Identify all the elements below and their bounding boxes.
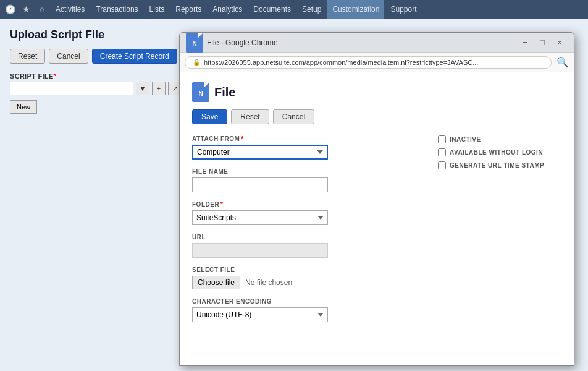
file-chosen-text: No file chosen [240, 276, 314, 289]
chrome-tab-title: File - Google Chrome [207, 38, 278, 47]
character-encoding-select[interactable]: Unicode (UTF-8) UTF-16 ISO-8859-1 [192, 307, 328, 322]
add-icon[interactable]: + [152, 82, 166, 95]
url-field: URL [192, 234, 413, 258]
nav-documents[interactable]: Documents [248, 0, 296, 19]
chrome-btn-row: Save Reset Cancel [192, 109, 561, 124]
nav-analytics[interactable]: Analytics [208, 0, 247, 19]
close-button[interactable]: × [552, 35, 568, 51]
home-icon[interactable]: ⌂ [35, 2, 49, 17]
chrome-form-left: ATTACH FROM* Computer Web FILE NAME [192, 135, 413, 331]
nav-transactions[interactable]: Transactions [91, 0, 143, 19]
file-name-label: FILE NAME [192, 168, 413, 175]
attach-from-field: ATTACH FROM* Computer Web [192, 135, 413, 160]
chrome-tab-icon: N [186, 33, 203, 53]
star-icon[interactable]: ★ [19, 2, 33, 17]
nav-lists[interactable]: Lists [145, 0, 170, 19]
folder-label: FOLDER* [192, 201, 413, 208]
chrome-controls: − □ × [517, 35, 568, 51]
file-cancel-button[interactable]: Cancel [273, 109, 314, 124]
inactive-checkbox[interactable] [438, 135, 446, 143]
chrome-window: N File - Google Chrome − □ × 🔒 https://2… [179, 32, 574, 366]
chrome-content: N File Save Reset Cancel ATTACH FROM* [180, 72, 574, 366]
nav-setup[interactable]: Setup [297, 0, 326, 19]
available-without-login-checkbox-row: AVAILABLE WITHOUT LOGIN [438, 148, 561, 156]
url-label: URL [192, 234, 413, 241]
reset-button[interactable]: Reset [10, 49, 45, 64]
cancel-button[interactable]: Cancel [49, 49, 88, 64]
new-button[interactable]: New [10, 100, 37, 114]
lock-icon: 🔒 [193, 59, 200, 66]
chrome-form: ATTACH FROM* Computer Web FILE NAME [192, 135, 561, 331]
file-reset-button[interactable]: Reset [231, 109, 269, 124]
select-file-label: SELECT FILE [192, 267, 413, 273]
character-encoding-field: CHARACTER ENCODING Unicode (UTF-8) UTF-1… [192, 298, 413, 322]
file-page-icon: N [192, 82, 209, 102]
inactive-checkbox-row: INACTIVE [438, 135, 561, 143]
dropdown-icon[interactable]: ▼ [136, 82, 149, 95]
address-bar[interactable]: 🔒 https://2026055.app.netsuite.com/app/c… [185, 56, 552, 69]
topbar: 🕐 ★ ⌂ Activities Transactions Lists Repo… [0, 0, 588, 19]
generate-url-timestamp-checkbox[interactable] [438, 161, 446, 169]
attach-from-select[interactable]: Computer Web [192, 145, 328, 160]
file-input-row: Choose file No file chosen [192, 276, 413, 289]
history-icon[interactable]: 🕐 [2, 2, 17, 17]
generate-url-timestamp-label: GENERATE URL TIME STAMP [450, 162, 544, 169]
main-content: Upload Script File Reset Cancel Create S… [0, 19, 588, 371]
file-name-field: FILE NAME [192, 168, 413, 192]
nav-reports[interactable]: Reports [170, 0, 206, 19]
file-name-input[interactable] [192, 177, 328, 192]
chrome-titlebar: N File - Google Chrome − □ × [180, 33, 574, 53]
inactive-label: INACTIVE [450, 136, 481, 143]
nav-support[interactable]: Support [385, 0, 421, 19]
folder-select[interactable]: SuiteScripts [192, 210, 328, 225]
chrome-title: N File - Google Chrome [186, 33, 512, 53]
nav-customization[interactable]: Customization [327, 0, 384, 19]
url-value [192, 243, 328, 258]
character-encoding-label: CHARACTER ENCODING [192, 298, 413, 305]
maximize-button[interactable]: □ [534, 35, 550, 51]
folder-field: FOLDER* SuiteScripts [192, 201, 413, 225]
generate-url-timestamp-checkbox-row: GENERATE URL TIME STAMP [438, 161, 561, 169]
file-save-button[interactable]: Save [192, 109, 227, 124]
choose-file-button[interactable]: Choose file [192, 276, 240, 289]
select-file-field: SELECT FILE Choose file No file chosen [192, 267, 413, 289]
chrome-addressbar: 🔒 https://2026055.app.netsuite.com/app/c… [180, 53, 574, 72]
minimize-button[interactable]: − [517, 35, 533, 51]
attach-from-label: ATTACH FROM* [192, 135, 413, 142]
available-without-login-checkbox[interactable] [438, 148, 446, 156]
script-file-input[interactable] [10, 82, 133, 95]
search-icon[interactable]: 🔍 [556, 56, 569, 68]
file-icon-letter: N [192, 40, 196, 47]
file-page-title: N File [192, 82, 561, 102]
nav-activities[interactable]: Activities [51, 0, 90, 19]
url-text: https://2026055.app.netsuite.com/app/com… [204, 59, 478, 66]
chrome-form-right: INACTIVE AVAILABLE WITHOUT LOGIN GENERAT… [438, 135, 561, 331]
available-without-login-label: AVAILABLE WITHOUT LOGIN [450, 149, 543, 156]
create-script-button[interactable]: Create Script Record [92, 49, 177, 64]
